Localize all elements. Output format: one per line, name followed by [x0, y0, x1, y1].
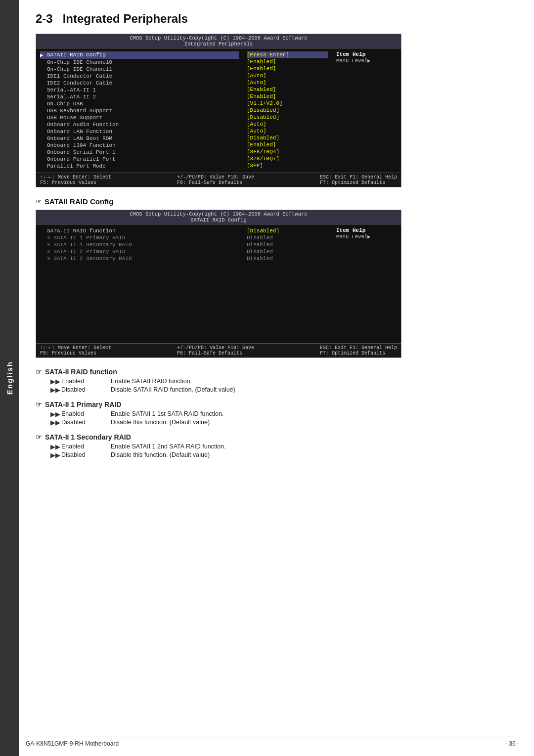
section-heading: 2-3 Integrated Peripherals [36, 12, 519, 26]
table-row-value: [Disabled] [247, 227, 328, 234]
table-row: x SATA-II 2 Primary RAID [40, 248, 239, 255]
table-row: SATA-II RAID function [40, 227, 239, 234]
bullet-icon: ▶▶ [50, 443, 61, 450]
sidebar-label: English [5, 361, 14, 395]
def-title-text: SATA-II 1 Secondary RAID [45, 433, 131, 441]
subsection1-arrow: ☞ [36, 198, 42, 205]
list-item: ▶▶EnabledEnable SATAII 1 1st SATA RAID f… [50, 410, 519, 418]
table-row: Onboard LAN Function [40, 128, 239, 135]
def-key: Enabled [61, 443, 111, 450]
table-row: IDE2 Conductor Cable [40, 80, 239, 87]
table-row: x SATA-II 1 Primary RAID [40, 234, 239, 241]
table-row: ▶SATAII RAID Config [40, 51, 239, 59]
def-title: ☞SATA-II RAID function [36, 368, 519, 376]
bios-left-2: SATA-II RAID functionx SATA-II 1 Primary… [36, 226, 243, 341]
arrow-icon: ☞ [36, 368, 42, 376]
table-row: Onboard 1394 Function [40, 142, 239, 149]
table-row: USB Keyboard Support [40, 107, 239, 114]
footer-right: - 36 - [505, 740, 519, 747]
bios-footer-col-2c: ESC: Exit F1: General Help F7: Optimized… [320, 345, 397, 356]
subsection1-title: SATAII RAID Config [44, 197, 113, 206]
list-item: ▶▶EnabledEnable SATAII 1 2nd SATA RAID f… [50, 443, 519, 450]
def-rows: ▶▶EnabledEnable SATAII 1 2nd SATA RAID f… [50, 443, 519, 459]
bios-right-1: Item Help Menu Level▶ [332, 50, 401, 171]
bios-footer-col-2b: +/-/PU/PD: Value F10: Save F6: Fail-Safe… [177, 345, 254, 356]
subsection-sataii-raid-config: ☞ SATAII RAID Config [36, 197, 519, 206]
table-row: IDE1 Conductor Cable [40, 73, 239, 80]
table-row: Serial-ATA-II 1 [40, 87, 239, 93]
table-row-value: [Enabled] [247, 65, 328, 72]
bios-footer-2: ↑↓→←: Move Enter: Select F5: Previous Va… [36, 343, 401, 357]
table-row: Onboard Audio Function [40, 121, 239, 128]
bios-left-1: ▶SATAII RAID ConfigOn-Chip IDE Channel0O… [36, 50, 243, 171]
table-row: On-Chip USB [40, 100, 239, 107]
list-item: ▶▶DisabledDisable this function. (Defaul… [50, 419, 519, 426]
table-row-value: [Disabled] [247, 134, 328, 141]
bios-body-2: SATA-II RAID functionx SATA-II 1 Primary… [36, 224, 401, 343]
table-row-value: [Auto] [247, 72, 328, 79]
page-footer: GA-K8N51GMF-9-RH Motherboard - 36 - [26, 737, 519, 747]
def-key: Disabled [61, 419, 111, 426]
table-row: Parallel Port Mode [40, 163, 239, 170]
section-number: 2-3 [36, 12, 53, 25]
def-rows: ▶▶EnabledEnable SATAII RAID function.▶▶D… [50, 378, 519, 394]
table-row-value: [V1.1+V2.0] [247, 100, 328, 107]
table-row-value: [Enabled] [247, 93, 328, 100]
def-title-text: SATA-II 1 Primary RAID [45, 400, 121, 408]
bios-footer-col-1b: +/-/PU/PD: Value F10: Save F6: Fail-Safe… [177, 175, 254, 185]
def-key: Disabled [61, 451, 111, 459]
table-row-value: [Auto] [247, 121, 328, 128]
list-item: ▶▶EnabledEnable SATAII RAID function. [50, 378, 519, 385]
def-rows: ▶▶EnabledEnable SATAII 1 1st SATA RAID f… [50, 410, 519, 426]
table-row-value: [Enabled] [247, 86, 328, 93]
bios-footer-col-1c: ESC: Exit F1: General Help F7: Optimized… [320, 175, 397, 185]
bios-center-2: [Disabled]DisabledDisabledDisabledDisabl… [243, 226, 332, 341]
bios-center-1: [Press Enter][Enabled][Enabled][Auto][Au… [243, 50, 332, 171]
def-val: Disable SATAII RAID function. (Default v… [111, 386, 519, 394]
bios-help-title-1: Item Help [336, 51, 397, 57]
arrow-icon: ☞ [36, 433, 42, 441]
bullet-icon: ▶▶ [50, 419, 61, 426]
def-key: Enabled [61, 378, 111, 385]
table-row: Onboard Serial Port 1 [40, 149, 239, 156]
bullet-icon: ▶▶ [50, 386, 61, 394]
table-row-value: [Enabled] [247, 58, 328, 65]
main-content: 2-3 Integrated Peripherals CMOS Setup Ut… [26, 0, 534, 486]
bios-footer-col-1a: ↑↓→←: Move Enter: Select F5: Previous Va… [40, 175, 111, 185]
table-row-value: [Press Enter] [247, 51, 328, 58]
bios-help-text-1: Menu Level▶ [336, 57, 397, 64]
def-val: Disable this function. (Default value) [111, 419, 519, 426]
def-key: Enabled [61, 410, 111, 418]
def-title: ☞SATA-II 1 Primary RAID [36, 400, 519, 408]
bios-help-title-2: Item Help [336, 227, 397, 233]
bios-body-1: ▶SATAII RAID ConfigOn-Chip IDE Channel0O… [36, 48, 401, 173]
def-val: Disable this function. (Default value) [111, 451, 519, 459]
table-row-value: [Disabled] [247, 107, 328, 114]
list-item: ▶▶DisabledDisable SATAII RAID function. … [50, 386, 519, 394]
section-title: Integrated Peripherals [63, 12, 188, 25]
table-row: Onboard Parallel Port [40, 156, 239, 163]
arrow-icon: ☞ [36, 400, 42, 408]
bios-header-2: CMOS Setup Utility-Copyright (C) 1984-20… [36, 210, 401, 224]
bios-footer-1: ↑↓→←: Move Enter: Select F5: Previous Va… [36, 173, 401, 187]
bullet-icon: ▶▶ [50, 451, 61, 459]
bios-box-sataii-raid-config: CMOS Setup Utility-Copyright (C) 1984-20… [36, 210, 401, 358]
def-title: ☞SATA-II 1 Secondary RAID [36, 433, 519, 441]
def-key: Disabled [61, 386, 111, 394]
table-row-value: [378/IRQ7] [247, 155, 328, 162]
footer-left: GA-K8N51GMF-9-RH Motherboard [26, 740, 119, 747]
table-row: Onboard LAN Boot ROM [40, 135, 239, 142]
bios-footer-col-2a: ↑↓→←: Move Enter: Select F5: Previous Va… [40, 345, 111, 356]
def-title-text: SATA-II RAID function [45, 368, 117, 376]
table-row-value: [SPP] [247, 162, 328, 169]
def-section-sata_ii_1_secondary_raid: ☞SATA-II 1 Secondary RAID▶▶EnabledEnable… [36, 433, 519, 459]
def-val: Enable SATAII RAID function. [111, 378, 519, 385]
bios-help-text-2: Menu Level▶ [336, 233, 397, 240]
table-row-value: Disabled [247, 248, 328, 255]
bullet-icon: ▶▶ [50, 378, 61, 385]
table-row-value: [Auto] [247, 128, 328, 134]
bios-header-1: CMOS Setup Utility-Copyright (C) 1984-20… [36, 34, 401, 48]
table-row: x SATA-II 1 Secondary RAID [40, 241, 239, 248]
bios-box-integrated-peripherals: CMOS Setup Utility-Copyright (C) 1984-20… [36, 34, 401, 187]
def-section-sata_ii_1_primary_raid: ☞SATA-II 1 Primary RAID▶▶EnabledEnable S… [36, 400, 519, 426]
